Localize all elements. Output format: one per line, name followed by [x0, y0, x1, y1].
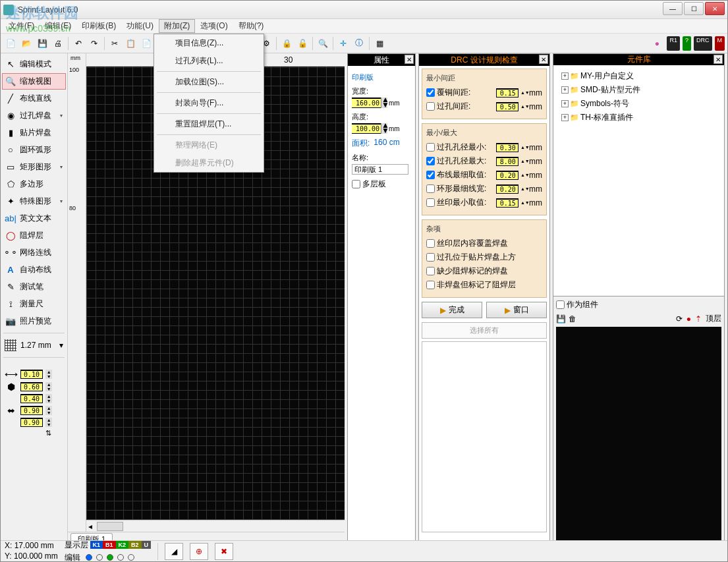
tb-pattern[interactable]: ▦ [372, 36, 387, 51]
tb-new[interactable]: 📄 [3, 36, 18, 51]
component-canvas[interactable]: 拖放 [556, 327, 721, 552]
param-trackwidth[interactable]: ⟷ 0.10▲▼ [5, 369, 63, 379]
dd-load-bitmap[interactable]: 加载位图(S)... [154, 73, 264, 91]
drc-copper[interactable]: 覆铜间距: [426, 87, 496, 98]
tb-crosshair[interactable]: ✛ [336, 36, 350, 51]
grid-setting[interactable]: 1.27 mm▾ [2, 337, 66, 354]
comp-layer[interactable]: 顶层 [706, 313, 721, 324]
tool-rect[interactable]: ▭矩形图形▾ [2, 159, 66, 175]
tool-circle[interactable]: ○圆环弧形 [2, 142, 66, 158]
close-button[interactable]: ✕ [705, 2, 725, 15]
tool-zoom[interactable]: 🔍缩放视图 [2, 73, 66, 90]
tool-mask[interactable]: ◯阻焊层 [2, 227, 66, 244]
tb-r1[interactable]: R1 [667, 36, 680, 51]
param-pad-inner[interactable]: 0.40▲▼ [5, 394, 63, 403]
tool-via[interactable]: ◉过孔焊盘▾ [2, 107, 66, 124]
tool-edit[interactable]: ↖编辑模式 [2, 56, 66, 72]
param-smd-h[interactable]: 0.90▲▼ [5, 418, 63, 427]
minimize-button[interactable]: — [663, 2, 683, 15]
drc-m2[interactable]: 过孔位于贴片焊盘上方 [426, 252, 542, 263]
tool-auto[interactable]: A自动布线 [2, 262, 66, 278]
layer-u[interactable]: U [142, 541, 152, 549]
menu-func[interactable]: 功能(U) [121, 19, 159, 33]
menu-extra[interactable]: 附加(Z) [159, 19, 195, 33]
lib-smd[interactable]: +📁SMD-贴片型元件 [557, 83, 720, 97]
sb-solder[interactable]: ◢ [165, 543, 183, 560]
drc-drill-min[interactable]: 过孔孔径最小: [426, 142, 496, 153]
tool-trace[interactable]: ╱布线直线 [2, 90, 66, 107]
tb-drc[interactable]: DRC [694, 36, 712, 51]
dd-project-info[interactable]: 项目信息(Z)... [154, 34, 264, 52]
comp-up[interactable]: ⇡ [695, 314, 702, 323]
dd-reset-mask[interactable]: 重置阻焊层(T)... [154, 115, 264, 133]
menu-edit[interactable]: 编辑(E) [40, 19, 76, 33]
tool-poly[interactable]: ⬠多边形 [2, 176, 66, 192]
tb-redo[interactable]: ↷ [87, 36, 101, 51]
tb-save[interactable]: 💾 [35, 36, 49, 51]
dot-b2[interactable] [117, 554, 124, 561]
drc-drill-max[interactable]: 过孔孔径最大: [426, 155, 496, 167]
param-smd-w[interactable]: ⬌ 0.90▲▼ [5, 405, 63, 416]
tb-zoom[interactable]: 🔍 [316, 36, 330, 51]
tb-print[interactable]: 🖨 [51, 36, 65, 51]
tb-help[interactable]: ? [683, 36, 691, 51]
tool-measure[interactable]: ⟟测量尺 [2, 296, 66, 312]
drc-select-all[interactable]: 选择所有 [422, 322, 547, 339]
drc-via[interactable]: 过孔间距: [426, 101, 496, 112]
close-icon[interactable]: ✕ [539, 55, 548, 64]
dd-package-wizard[interactable]: 封装向导(F)... [154, 94, 264, 112]
drc-ring-min[interactable]: 环形最细线宽: [426, 183, 496, 194]
drc-silk-min[interactable]: 丝印最小取值: [426, 197, 496, 208]
tool-test[interactable]: ✎测试笔 [2, 279, 66, 295]
menu-file[interactable]: 文件(F) [3, 19, 40, 33]
layer-k1[interactable]: K1 [90, 541, 103, 549]
lib-th[interactable]: +📁TH-标准直插件 [557, 111, 720, 125]
drc-results[interactable] [422, 341, 547, 532]
drc-track-min[interactable]: 布线最细取值: [426, 169, 496, 181]
tool-photo[interactable]: 📷照片预览 [2, 313, 66, 329]
dot-b1[interactable] [96, 554, 103, 561]
param-pad-outer[interactable]: ⬢ 0.60▲▼ [5, 381, 63, 392]
lib-my[interactable]: +📁MY-用户自定义 [557, 69, 720, 83]
tb-macro[interactable]: M [715, 36, 725, 51]
comp-save[interactable]: 💾 [556, 314, 566, 323]
comp-refresh[interactable]: ⟳ [676, 314, 683, 323]
drc-m4[interactable]: 非焊盘但标记了阻焊层 [426, 279, 542, 291]
tb-paste[interactable]: 📄 [139, 36, 154, 51]
name-input[interactable] [352, 164, 408, 175]
menu-options[interactable]: 选项(O) [195, 19, 233, 33]
menu-help[interactable]: 帮助(?) [233, 19, 269, 33]
tb-undo[interactable]: ↶ [71, 36, 86, 51]
drc-m1[interactable]: 丝印层内容覆盖焊盘 [426, 238, 542, 249]
dot-u[interactable] [128, 554, 134, 561]
tb-unlock[interactable]: 🔓 [295, 36, 310, 51]
layer-b2[interactable]: B2 [128, 541, 142, 549]
comp-rec[interactable]: ● [686, 314, 691, 323]
sb-target[interactable]: ⊕ [190, 543, 208, 560]
tool-net[interactable]: ⚬⚬网络连线 [2, 244, 66, 261]
tool-text[interactable]: ab|英文文本 [2, 210, 66, 227]
height-input[interactable]: ▲▼ [352, 123, 387, 134]
dot-k2[interactable] [107, 554, 113, 561]
as-group-check[interactable]: 作为组件 [556, 299, 598, 310]
tool-smd[interactable]: ▮贴片焊盘 [2, 125, 66, 141]
menu-board[interactable]: 印刷板(B) [76, 19, 121, 33]
h-scrollbar[interactable]: ◂ [86, 520, 345, 532]
comp-del[interactable]: 🗑 [569, 314, 576, 323]
close-icon[interactable]: ✕ [405, 55, 414, 64]
sb-cross[interactable]: ✖ [215, 543, 233, 560]
tb-record[interactable]: ● [650, 36, 664, 51]
swap-icon[interactable]: ⇅ [5, 429, 63, 437]
drc-m3[interactable]: 缺少阻焊标记的焊盘 [426, 266, 542, 277]
multilayer-check[interactable]: 多层板 [352, 179, 386, 188]
tool-special[interactable]: ✦特殊图形▾ [2, 193, 66, 210]
drc-window-button[interactable]: ▶窗口 [486, 302, 547, 318]
layer-k2[interactable]: K2 [116, 541, 129, 549]
tb-copy[interactable]: 📋 [123, 36, 138, 51]
tb-lock[interactable]: 🔒 [279, 36, 294, 51]
width-input[interactable]: ▲▼ [352, 98, 387, 108]
dot-k1[interactable] [86, 554, 92, 561]
maximize-button[interactable]: ☐ [684, 2, 704, 15]
tb-open[interactable]: 📂 [19, 36, 34, 51]
drc-done-button[interactable]: ▶完成 [422, 302, 482, 318]
